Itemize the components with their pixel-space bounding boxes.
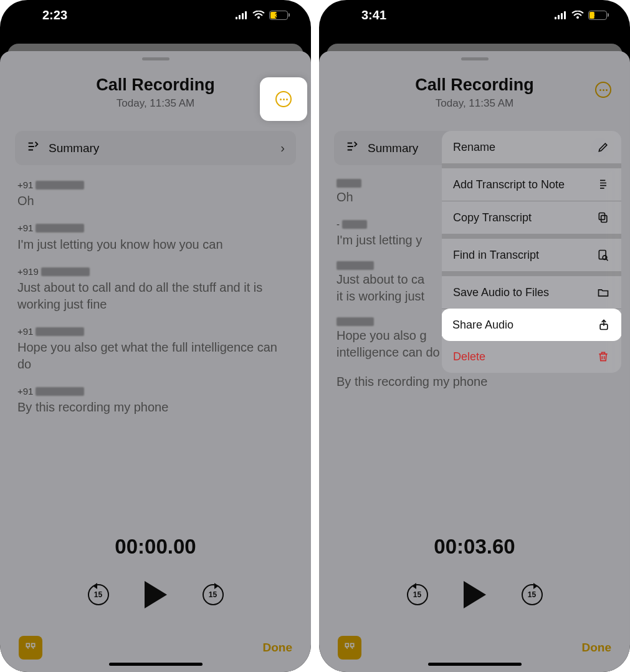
svg-rect-3 [245,11,247,19]
context-menu: Rename Add Transcript to Note Copy Trans… [442,131,621,373]
phone-left: 2:23 35 Call Recording Today, 11:35 AM [0,0,311,672]
summary-label: Summary [368,142,418,155]
phone-right: 3:41 30 Call Recording Today, 11:35 AM [319,0,630,672]
transcript-text: By this recording my phone [336,373,613,390]
speaker-label: +91 [17,385,294,398]
skip-back-15-button[interactable]: 15 [86,582,111,607]
wifi-icon [252,11,265,19]
playback-time: 00:00.00 [0,535,311,559]
trash-icon [596,350,610,363]
menu-item-copy-transcript[interactable]: Copy Transcript [442,201,621,239]
menu-label: Add Transcript to Note [453,178,565,191]
page-title: Call Recording [15,75,296,95]
speaker-label: +91 [17,222,294,234]
transcript-block: +91 I'm just letting you know how you ca… [17,222,294,252]
battery-icon: 35 [269,11,290,20]
find-icon [596,248,610,262]
highlight-more-button [260,77,307,121]
done-button[interactable]: Done [582,641,612,655]
menu-item-find-transcript[interactable]: Find in Transcript [442,239,621,276]
skip-forward-15-button[interactable]: 15 [520,582,545,607]
transcript-quote-button[interactable] [338,636,361,660]
folder-icon [596,286,610,299]
copy-icon [596,211,610,224]
menu-label: Delete [453,350,485,363]
svg-rect-5 [555,17,556,19]
bottom-bar: Done [319,608,630,660]
svg-point-4 [257,16,260,19]
status-time: 2:23 [42,8,67,22]
svg-point-9 [576,16,579,19]
done-button[interactable]: Done [263,641,293,655]
home-indicator[interactable] [109,663,203,666]
svg-rect-2 [242,13,244,19]
svg-rect-6 [558,15,560,19]
sheet: Call Recording Today, 11:35 AM Summary ›… [0,51,311,672]
battery-icon: 30 [588,11,609,20]
transcript-text: By this recording my phone [17,399,294,416]
transcript-block: +91 Hope you also get what the full inte… [17,325,294,373]
svg-rect-8 [564,11,566,19]
menu-label: Copy Transcript [453,211,532,224]
wifi-icon [571,11,584,19]
bottom-bar: Done [0,608,311,660]
menu-label: Save Audio to Files [453,286,549,299]
status-bar: 2:23 35 [0,0,311,30]
menu-item-rename[interactable]: Rename [442,131,621,168]
signal-icon [236,11,248,19]
svg-rect-10 [601,216,607,223]
transcript-text: Hope you also get what the full intellig… [17,339,294,373]
header: Call Recording Today, 11:35 AM [319,75,630,110]
speaker-label: +91 [17,179,294,191]
ellipsis-icon [595,82,611,98]
home-indicator[interactable] [428,663,522,666]
menu-label: Find in Transcript [453,249,539,262]
page-title: Call Recording [334,75,615,95]
menu-item-share-audio[interactable]: Share Audio [442,309,621,341]
share-icon [597,318,611,332]
svg-rect-11 [599,213,604,220]
chevron-right-icon: › [280,141,285,155]
skip-forward-15-button[interactable]: 15 [201,582,226,607]
note-add-icon [596,178,610,191]
menu-label: Rename [453,141,495,154]
sheet-grabber[interactable] [142,57,169,60]
transcript-quote-button[interactable] [19,636,42,660]
speaker-label: +919 [17,266,294,278]
menu-item-save-audio[interactable]: Save Audio to Files [442,276,621,309]
status-icons: 30 [555,11,609,20]
status-icons: 35 [236,11,290,20]
summary-row[interactable]: Summary › [15,131,296,165]
speaker-label: +91 [17,325,294,338]
summary-label: Summary [49,142,99,155]
svg-rect-0 [236,17,237,19]
menu-item-delete[interactable]: Delete [442,340,621,373]
transcript-block: By this recording my phone [336,373,613,390]
transcript: +91 Oh +91 I'm just letting you know how… [0,165,311,416]
menu-label: Share Audio [452,319,513,332]
svg-rect-7 [561,13,563,19]
more-button[interactable] [593,79,614,100]
pencil-icon [596,140,610,154]
status-bar: 3:41 30 [319,0,630,30]
play-button[interactable] [464,581,486,608]
player-controls: 15 15 [319,581,630,608]
play-button[interactable] [145,581,167,608]
menu-item-add-transcript[interactable]: Add Transcript to Note [442,168,621,201]
transcript-block: +919 Just about to call and do all the s… [17,266,294,313]
signal-icon [555,11,567,19]
player: 00:00.00 15 15 Done [0,535,311,660]
transcript-text: Just about to call and do all the stuff … [17,279,294,313]
summary-icon [345,140,359,156]
transcript-text: Oh [17,193,294,209]
page-subtitle: Today, 11:35 AM [15,97,296,110]
ellipsis-icon [275,91,292,107]
svg-rect-1 [239,15,241,19]
player-controls: 15 15 [0,581,311,608]
page-subtitle: Today, 11:35 AM [334,97,615,110]
transcript-block: +91 Oh [17,179,294,209]
transcript-block: +91 By this recording my phone [17,385,294,416]
player: 00:03.60 15 15 Done [319,535,630,660]
sheet-grabber[interactable] [461,57,489,60]
skip-back-15-button[interactable]: 15 [405,582,430,607]
